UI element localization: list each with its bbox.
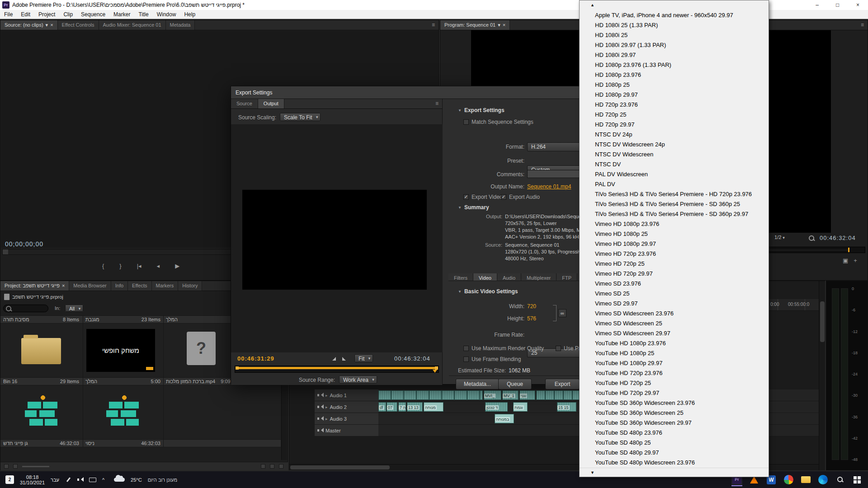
tab-ftp[interactable]: FTP — [557, 273, 577, 281]
expand-icon[interactable]: ▸ — [326, 405, 328, 409]
audio-clip[interactable] — [536, 390, 580, 400]
preset-option[interactable]: TiVo Series3 HD & TiVo Series4 Premiere … — [580, 199, 769, 209]
set-out-point-button[interactable] — [342, 357, 346, 361]
speaker-icon[interactable] — [317, 393, 323, 398]
preset-option[interactable]: YouTube SD 360p Widescreen 29.97 — [580, 418, 769, 428]
speaker-icon[interactable] — [317, 428, 323, 433]
tab-multiplexer[interactable]: Multiplexer — [521, 273, 557, 281]
set-in-point-button[interactable] — [332, 357, 336, 361]
bin-thumbnail[interactable] — [21, 338, 61, 364]
preview-scrubber[interactable] — [235, 366, 439, 373]
tab-audio[interactable]: Audio — [497, 273, 521, 281]
preset-option[interactable]: HD 1080p 25 — [580, 80, 769, 90]
tab-media-browser[interactable]: Media Browser — [69, 281, 111, 291]
section-caret-icon[interactable]: ▼ — [458, 108, 462, 113]
audio-clip[interactable]: 07 — [387, 402, 397, 412]
touch-keyboard-icon[interactable] — [89, 478, 96, 482]
export-audio-checkbox[interactable]: ✓ — [501, 194, 506, 200]
preset-option[interactable]: YouTube HD 720p 23.976 — [580, 368, 769, 378]
tab-source-monitor[interactable]: Source: (no clips) ▾ × — [0, 20, 58, 30]
preset-option[interactable]: YouTube HD 1080p 25 — [580, 348, 769, 358]
tab-audio-mixer[interactable]: Audio Mixer: Sequence 01 — [99, 20, 166, 30]
tray-app-icon[interactable]: 2 — [5, 475, 14, 484]
preset-option[interactable]: Vimeo HD 720p 25 — [580, 259, 769, 269]
tab-video[interactable]: Video — [473, 273, 497, 281]
trash-icon[interactable] — [279, 464, 283, 469]
menu-item[interactable]: File — [0, 10, 17, 19]
tab-dialog-source[interactable]: Source — [231, 99, 258, 108]
preset-option[interactable]: HD 1080p 23.976 (1.33 PAR) — [580, 60, 769, 70]
preset-option[interactable]: YouTube SD 480p 29.97 — [580, 448, 769, 458]
height-value[interactable]: 576 — [527, 315, 536, 322]
close-button[interactable]: × — [848, 0, 868, 10]
taskbar-file-explorer-icon[interactable] — [800, 474, 811, 486]
sequence-thumbnail[interactable] — [24, 394, 61, 429]
taskbar-clock[interactable]: 08:18 31/10/2021 — [20, 474, 45, 485]
preset-option[interactable]: NTSC DV 24p — [580, 130, 769, 140]
play-icon[interactable]: ▶ — [175, 263, 179, 269]
preset-option[interactable]: YouTube SD 480p 25 — [580, 438, 769, 448]
timeline-vscrollbar[interactable] — [819, 281, 825, 470]
taskbar-search-icon[interactable] — [835, 474, 845, 486]
preview-current-timecode[interactable]: 00:46:31:29 — [237, 355, 274, 362]
tab-markers[interactable]: Markers — [152, 281, 179, 291]
expand-icon[interactable]: ▸ — [326, 417, 328, 421]
menu-item[interactable]: Clip — [59, 10, 77, 19]
new-bin-icon[interactable] — [261, 464, 265, 469]
source-timecode[interactable]: 00;00;00;00 — [5, 240, 43, 248]
program-playhead[interactable] — [848, 248, 849, 252]
taskbar-chrome-icon[interactable] — [783, 474, 794, 486]
expand-icon[interactable]: ▸ — [326, 393, 328, 398]
audio-clip[interactable]: וגמת — [513, 402, 528, 412]
tab-effect-controls[interactable]: Effect Controls — [58, 20, 99, 30]
panel-menu-icon[interactable]: ≡ — [857, 20, 868, 30]
preset-option[interactable]: HD 1080p 23.976 — [580, 70, 769, 80]
menu-item[interactable]: Sequence — [77, 10, 109, 19]
max-render-quality-checkbox[interactable] — [463, 346, 469, 351]
preset-option[interactable]: HD 1080i 29.97 (1.33 PAR) — [580, 40, 769, 50]
preset-option[interactable]: HD 1080i 25 (1.33 PAR) — [580, 20, 769, 30]
tab-dialog-output[interactable]: Output — [258, 99, 284, 108]
audio-clip[interactable]: ד טנטן — [485, 402, 508, 412]
track-header-audio2[interactable]: ▸Audio 2 — [315, 401, 378, 413]
section-caret-icon[interactable]: ▼ — [458, 290, 462, 294]
weather-icon[interactable] — [114, 478, 125, 482]
audio-clip[interactable]: וגני — [519, 390, 535, 400]
weather-desc[interactable]: מעונן רוב היום — [148, 477, 177, 483]
track-header-master[interactable]: Master — [315, 425, 378, 436]
preset-option[interactable]: HD 1080i 25 — [580, 30, 769, 40]
preset-option[interactable]: Vimeo HD 720p 29.97 — [580, 269, 769, 279]
preview-fit-select[interactable]: Fit ▾ — [354, 354, 373, 362]
queue-button[interactable]: Queue — [498, 379, 532, 389]
dialog-titlebar[interactable]: Export Settings — [231, 86, 619, 99]
preset-option[interactable]: Vimeo HD 1080p 25 — [580, 229, 769, 239]
aspect-lock-button[interactable]: ∞ — [558, 309, 566, 317]
preset-option[interactable]: Vimeo HD 1080p 29.97 — [580, 239, 769, 249]
frame-blending-checkbox[interactable] — [463, 357, 469, 362]
language-indicator[interactable]: עבר — [51, 477, 59, 483]
tab-program-monitor[interactable]: Program: Sequence 01 ▾ × — [440, 20, 510, 30]
section-caret-icon[interactable]: ▼ — [458, 206, 462, 210]
width-value[interactable]: 720 — [527, 303, 536, 310]
hidden-icons-chevron[interactable]: ^ — [102, 477, 104, 483]
volume-icon[interactable] — [77, 477, 83, 482]
preset-option[interactable]: NTSC DV Widescreen — [580, 150, 769, 160]
menu-item[interactable]: Window — [153, 10, 180, 19]
menu-item[interactable]: Project — [34, 10, 59, 19]
audio-clip[interactable]: MVI_ — [484, 390, 501, 400]
offline-media-thumbnail[interactable]: ? — [187, 332, 216, 365]
mark-out-icon[interactable]: } — [119, 263, 121, 269]
preset-option[interactable]: NTSC DV Widescreen 24p — [580, 140, 769, 150]
output-name-link[interactable]: Sequence 01.mp4 — [527, 183, 571, 190]
menu-item[interactable]: Help — [180, 10, 199, 19]
in-select[interactable]: All ▾ — [65, 305, 83, 312]
panel-menu-icon[interactable]: ≡ — [432, 99, 442, 108]
preset-option[interactable]: YouTube SD 480p Widescreen 23.976 — [580, 458, 769, 468]
source-scaling-select[interactable]: Scale To Fit ▾ — [280, 113, 321, 121]
preset-option[interactable]: Apple TV, iPad, iPhone 4 and newer - 960… — [580, 10, 769, 20]
audio-clip[interactable]: 15 15 — [557, 402, 576, 412]
preset-option[interactable]: YouTube HD 720p 25 — [580, 378, 769, 388]
export-button[interactable]: Export — [545, 379, 580, 389]
clip-thumbnail[interactable]: משחק חופשי — [86, 329, 155, 372]
menu-item[interactable]: Edit — [17, 10, 34, 19]
